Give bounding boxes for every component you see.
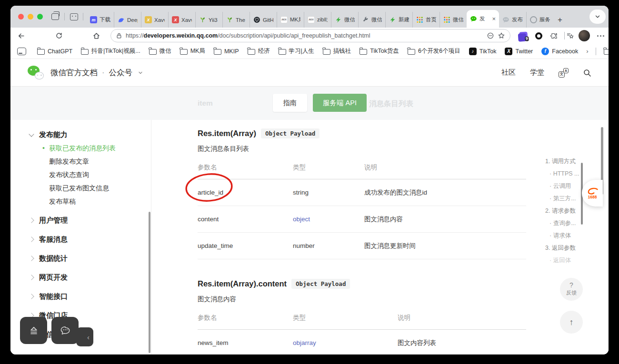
- tab-download[interactable]: m下载而: [87, 12, 114, 28]
- bookmark-folder-mk[interactable]: MK局: [180, 47, 205, 55]
- profile-avatar[interactable]: [578, 30, 590, 42]
- guide-tab-button[interactable]: 指南: [273, 94, 307, 112]
- url-text[interactable]: https://developers.weixin.qq.com/doc/sub…: [126, 32, 483, 39]
- browser-window: m下载而 DeepS XXavvi XXavvi Yii3 F The d Gi…: [10, 6, 609, 354]
- chat-feedback-button[interactable]: [51, 317, 79, 344]
- sidebar-item-publish-status[interactable]: 发布状态查询: [49, 168, 151, 181]
- close-window-button[interactable]: [18, 14, 24, 20]
- tab-wechat-auto[interactable]: 微信自: [358, 12, 385, 28]
- tab-the-d[interactable]: The d: [222, 12, 250, 28]
- tab-xavvi-1[interactable]: XXavvi: [141, 12, 168, 28]
- new-tab-button[interactable]: +: [553, 12, 567, 28]
- param-type-link[interactable]: object: [293, 216, 364, 223]
- ring-extension-icon[interactable]: [532, 30, 545, 42]
- param-desc: 图文消息更新时间: [364, 242, 526, 250]
- tab-mk[interactable]: AKAMK局: [277, 12, 304, 28]
- tab-wechat-dev[interactable]: 微信开: [439, 12, 467, 28]
- minimize-window-button[interactable]: [28, 14, 33, 20]
- tab-zibll[interactable]: AKAzibll主: [304, 12, 331, 28]
- sidebar-group-customer-service[interactable]: 客服消息: [30, 233, 151, 246]
- table-row: content object 图文消息内容: [198, 206, 526, 233]
- sidebar-item-delete-article[interactable]: 删除发布文章: [49, 155, 151, 168]
- bookmark-tiktok[interactable]: ♪TikTok: [469, 48, 497, 55]
- product-selector[interactable]: 公众号: [109, 68, 133, 78]
- sidebar-item-get-published-news[interactable]: 获取已发布图文信息: [49, 181, 151, 195]
- bookmark-folder-mkip[interactable]: MKIP: [214, 48, 239, 55]
- sidebar-toggle-icon[interactable]: [17, 46, 26, 57]
- tab-active-publish[interactable]: 发×: [467, 10, 499, 28]
- collapse-chevron-button[interactable]: ‹: [76, 327, 93, 346]
- tab-yii3[interactable]: Yii3 F: [195, 12, 222, 28]
- chevron-down-icon[interactable]: [138, 70, 143, 76]
- translate-icon[interactable]: 文A: [559, 68, 569, 78]
- tab-homepage[interactable]: 首页 |: [412, 12, 439, 28]
- sidebar-group-ai-api[interactable]: 智能接口: [30, 290, 151, 303]
- reader-dots-icon[interactable]: [487, 32, 494, 39]
- sidebar-scrollbar-thumb[interactable]: [149, 212, 150, 353]
- publish-eject-button[interactable]: [20, 317, 47, 344]
- tab-publish-ability[interactable]: 发布能: [499, 12, 526, 28]
- sidebar-group-user-mgmt[interactable]: 用户管理: [30, 214, 151, 227]
- bookmarks-overflow-chevron[interactable]: ›: [586, 48, 588, 55]
- bookmark-folder-study[interactable]: 学习|人生: [279, 47, 314, 55]
- browser-menu-icon[interactable]: [594, 30, 607, 42]
- bookmark-folder-other[interactable]: 其他收藏夹: [604, 47, 609, 55]
- back-icon[interactable]: [14, 29, 28, 42]
- toc-item[interactable]: 1. 调用方式: [545, 155, 591, 167]
- bookmark-folder-projects[interactable]: 6个开发6个项目: [408, 47, 460, 55]
- fullscreen-window-button[interactable]: [37, 14, 43, 20]
- param-name: article_id: [198, 189, 293, 196]
- doc-content: 发布能力 获取已发布的消息列表 删除发布文章 发布状态查询 获取已发布图文信息 …: [10, 120, 609, 354]
- sidebar-group-wechat-store[interactable]: 微信门店: [30, 309, 151, 322]
- nav-academy[interactable]: 学堂: [530, 68, 544, 77]
- toc-item[interactable]: 查询参...: [545, 217, 591, 229]
- bookmark-twitter[interactable]: XTwitter: [505, 48, 533, 55]
- close-tab-icon[interactable]: ×: [492, 16, 496, 22]
- tab-xavvi-2[interactable]: XXavvi: [168, 12, 195, 28]
- adblock-extension-icon[interactable]: 9: [517, 30, 529, 42]
- home-icon[interactable]: [90, 29, 103, 42]
- tab-search-button[interactable]: [589, 10, 606, 24]
- sidebar-group-publish[interactable]: 发布能力: [30, 129, 151, 140]
- extensions-puzzle-icon[interactable]: [548, 30, 560, 42]
- bookmark-folder-money[interactable]: 搞钱社: [323, 47, 351, 55]
- site-title-text[interactable]: 微信官方文档: [50, 68, 98, 78]
- bookmark-folder-wechat[interactable]: 微信: [149, 47, 171, 55]
- folder-icon: [214, 49, 221, 55]
- server-api-tab-button[interactable]: 服务端 API: [313, 94, 367, 112]
- feedback-button[interactable]: ? 反馈: [560, 278, 583, 301]
- toc-item[interactable]: 请求体: [545, 229, 591, 242]
- toc-item[interactable]: 返回体: [545, 254, 591, 266]
- tab-new-post[interactable]: 新建帖: [385, 12, 412, 28]
- param-type-link[interactable]: objarray: [293, 339, 398, 346]
- tab-deepseek[interactable]: DeepS: [114, 12, 141, 28]
- bookmark-facebook[interactable]: fFacebook: [541, 48, 578, 55]
- address-bar[interactable]: https://developers.weixin.qq.com/doc/sub…: [110, 29, 510, 42]
- tab-github[interactable]: GitHu: [250, 12, 277, 28]
- toc-item[interactable]: 3. 返回参数: [545, 242, 591, 254]
- tab-list: m下载而 DeepS XXavvi XXavvi Yii3 F The d Gi…: [87, 6, 609, 28]
- bookmark-folder-chatgpt[interactable]: ChatGPT: [37, 48, 72, 55]
- tab-overview-icon[interactable]: [50, 11, 61, 22]
- bookmark-folder-tiktok-goods[interactable]: TikTok货盘: [359, 47, 399, 55]
- sidebar-group-web-dev[interactable]: 网页开发: [30, 271, 151, 284]
- params-table-2: 参数名 类型 说明 news_item objarray 图文内容列表: [198, 312, 526, 354]
- collections-icon[interactable]: [564, 30, 576, 42]
- tab-service-account[interactable]: 服务号: [526, 12, 553, 28]
- tab-wechat-public[interactable]: 微信公: [331, 12, 358, 28]
- workspace-icon[interactable]: [68, 11, 80, 22]
- bookmark-star-icon[interactable]: [498, 32, 505, 39]
- toc-item[interactable]: HTTPS ...: [545, 167, 591, 180]
- doc-main: Res.item(Array) Object Payload 图文消息条目列表 …: [151, 120, 542, 354]
- toc-item[interactable]: 2. 请求参数: [545, 205, 591, 217]
- table-row: update_time number 图文消息更新时间: [198, 233, 526, 259]
- search-icon[interactable]: [583, 69, 591, 77]
- reload-icon[interactable]: [52, 29, 66, 42]
- back-to-top-button[interactable]: ↑: [560, 311, 583, 334]
- sidebar-item-get-published-list[interactable]: 获取已发布的消息列表: [49, 141, 151, 155]
- sidebar-group-statistics[interactable]: 数据统计: [30, 252, 151, 265]
- bookmark-folder-douyin[interactable]: 抖音|TikTok|视频...: [81, 47, 140, 55]
- sidebar-item-publish-draft[interactable]: 发布草稿: [49, 195, 151, 208]
- nav-community[interactable]: 社区: [501, 68, 516, 77]
- bookmark-folder-economy[interactable]: 经济: [248, 47, 270, 55]
